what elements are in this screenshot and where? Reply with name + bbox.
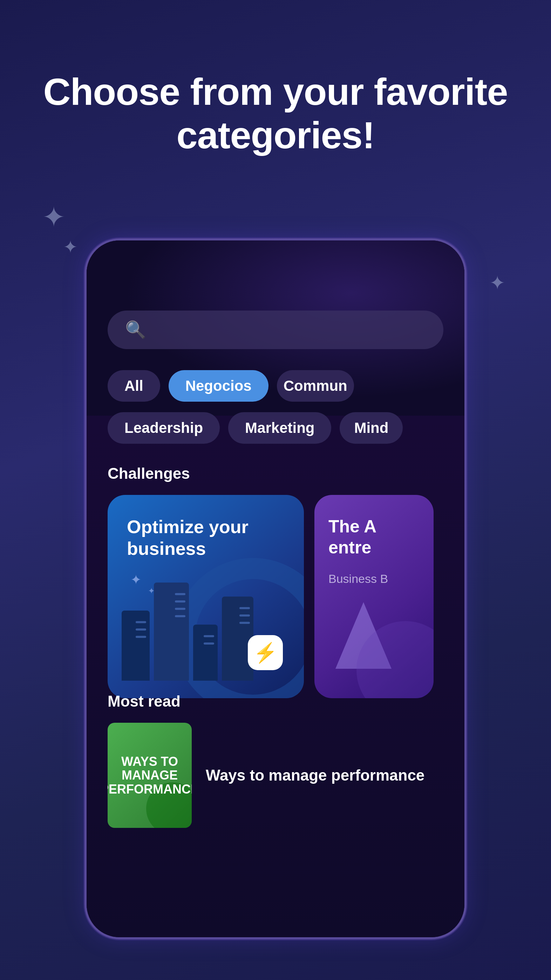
category-row-2: Leadership Marketing Mind (108, 412, 403, 444)
card-2-title: The Aentre (328, 516, 376, 558)
search-container: 🔍 (108, 310, 443, 349)
header-section: Choose from your favorite categories! (0, 70, 551, 157)
challenge-card-entrepreneur[interactable]: The Aentre Business B (314, 495, 433, 698)
buildings-illustration (122, 582, 253, 681)
category-pill-all[interactable]: All (108, 370, 160, 402)
book-thumbnail: WAYS TO MANAGE PERFORMANCE (108, 723, 192, 828)
building-2 (154, 582, 189, 681)
most-read-item[interactable]: WAYS TO MANAGE PERFORMANCE Ways to manag… (108, 723, 443, 828)
building-3-lines (204, 635, 214, 644)
page-title: Choose from your favorite categories! (35, 70, 516, 157)
card-1-title: Optimize yourbusiness (127, 516, 248, 560)
building-4-lines (239, 607, 250, 624)
building-1-lines (135, 621, 146, 638)
search-bar[interactable]: 🔍 (108, 310, 443, 349)
most-read-item-title: Ways to manage performance (206, 765, 443, 785)
lightning-badge: ⚡ (248, 635, 283, 670)
challenges-label: Challenges (108, 465, 464, 482)
challenge-card-business[interactable]: Optimize yourbusiness ✦ ✦ (108, 495, 304, 698)
most-read-label: Most read (108, 693, 443, 710)
sparkle-decoration-3: ✦ (489, 274, 505, 293)
building-2-lines (175, 593, 185, 617)
building-3 (193, 625, 218, 681)
building-4 (222, 597, 253, 681)
phone-frame: 🔍 All Negocios Commun Leadership Marketi… (84, 238, 467, 939)
card-2-subtitle: Business B (328, 572, 388, 586)
category-pill-mindset[interactable]: Mind (340, 412, 403, 444)
category-row-1: All Negocios Commun (108, 370, 354, 402)
most-read-section: Most read WAYS TO MANAGE PERFORMANCE Way… (108, 693, 443, 828)
phone-screen: 🔍 All Negocios Commun Leadership Marketi… (87, 240, 464, 937)
thumbnail-text: WAYS TO MANAGE PERFORMANCE (108, 755, 192, 796)
category-pill-community[interactable]: Commun (277, 370, 354, 402)
most-read-text-container: Ways to manage performance (206, 765, 443, 785)
category-pill-marketing[interactable]: Marketing (228, 412, 331, 444)
challenge-cards-row: Optimize yourbusiness ✦ ✦ (108, 495, 464, 698)
sparkle-decoration-1: ✦ (42, 203, 65, 231)
building-1 (122, 611, 150, 681)
search-icon: 🔍 (125, 320, 146, 340)
challenges-section: Challenges Optimize yourbusiness ✦ ✦ (108, 465, 464, 698)
category-pill-negocios[interactable]: Negocios (169, 370, 269, 402)
category-pill-leadership[interactable]: Leadership (108, 412, 220, 444)
sparkle-decoration-2: ✦ (63, 238, 78, 256)
